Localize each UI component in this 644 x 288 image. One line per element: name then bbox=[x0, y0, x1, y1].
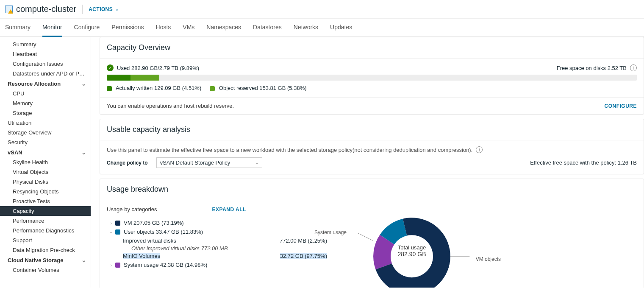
sidebar-item-skyline-health[interactable]: Skyline Health bbox=[0, 157, 91, 167]
usage-tree: Usage by categories EXPAND ALL › VM 207.… bbox=[107, 206, 327, 269]
donut-callout-system: System usage bbox=[314, 229, 347, 235]
content-layout: SummaryHeartbeatConfiguration IssuesData… bbox=[0, 37, 644, 288]
tab-networks[interactable]: Networks bbox=[294, 19, 318, 36]
breakdown-title: Usage breakdown bbox=[100, 179, 644, 200]
expand-all-link[interactable]: EXPAND ALL bbox=[212, 207, 246, 213]
chevron-down-icon: ⌄ bbox=[255, 160, 258, 165]
sidebar-item-resource-allocation[interactable]: Resource Allocation bbox=[0, 78, 91, 89]
sidebar-item-cloud-native-storage[interactable]: Cloud Native Storage bbox=[0, 255, 91, 265]
sidebar-item-performance[interactable]: Performance bbox=[0, 216, 91, 226]
page-title: compute-cluster bbox=[16, 4, 76, 14]
category-swatch bbox=[115, 221, 120, 226]
free-space-label: Free space on disks 2.52 TB bbox=[557, 65, 627, 71]
sidebar-item-cpu[interactable]: CPU bbox=[0, 89, 91, 98]
capacity-foot-text: You can enable operations and host rebui… bbox=[107, 103, 234, 109]
category-swatch bbox=[115, 263, 120, 268]
sidebar-item-capacity[interactable]: Capacity bbox=[0, 206, 91, 216]
category-label: System usage 42.38 GB (14.98%) bbox=[124, 262, 207, 268]
child-value: 772.00 MB (2.25%) bbox=[280, 238, 327, 244]
capacity-bar-reserved bbox=[130, 75, 159, 81]
donut-callout-vm: VM objects bbox=[476, 256, 501, 262]
sidebar-item-configuration-issues[interactable]: Configuration Issues bbox=[0, 59, 91, 69]
sidebar-item-resyncing-objects[interactable]: Resyncing Objects bbox=[0, 187, 91, 196]
tab-configure[interactable]: Configure bbox=[74, 19, 100, 36]
tab-datastores[interactable]: Datastores bbox=[253, 19, 282, 36]
main-content: Capacity Overview ✓ Used 282.90 GB/2.79 … bbox=[91, 37, 644, 288]
usage-subtitle: Usage by categories bbox=[107, 206, 157, 213]
tree-toggle-icon[interactable]: ⌄ bbox=[107, 229, 115, 235]
sidebar-item-virtual-objects[interactable]: Virtual Objects bbox=[0, 167, 91, 177]
cluster-icon bbox=[5, 6, 13, 13]
sidebar-item-summary[interactable]: Summary bbox=[0, 39, 91, 49]
tab-monitor[interactable]: Monitor bbox=[42, 19, 62, 37]
sidebar-item-support[interactable]: Support bbox=[0, 235, 91, 245]
tree-category[interactable]: › System usage 42.38 GB (14.98%) bbox=[107, 260, 327, 269]
capacity-bar-written bbox=[107, 75, 130, 81]
sidebar-item-proactive-tests[interactable]: Proactive Tests bbox=[0, 196, 91, 206]
tab-hosts[interactable]: Hosts bbox=[156, 19, 171, 36]
tab-updates[interactable]: Updates bbox=[330, 19, 352, 36]
sidebar-item-heartbeat[interactable]: Heartbeat bbox=[0, 49, 91, 59]
capacity-bar bbox=[107, 75, 637, 81]
sidebar-nav: SummaryHeartbeatConfiguration IssuesData… bbox=[0, 37, 91, 288]
configure-link[interactable]: CONFIGURE bbox=[605, 103, 637, 109]
legend-reserved-label: Object reserved 153.81 GB (5.38%) bbox=[219, 85, 307, 91]
tree-child: Improved virtual disks772.00 MB (2.25%) bbox=[107, 236, 327, 245]
status-ok-icon: ✓ bbox=[107, 64, 114, 71]
sidebar-item-performance-diagnostics[interactable]: Performance Diagnostics bbox=[0, 226, 91, 235]
policy-select[interactable]: vSAN Default Storage Policy ⌄ bbox=[156, 157, 262, 168]
category-swatch bbox=[115, 229, 120, 235]
main-tabs: SummaryMonitorConfigurePermissionsHostsV… bbox=[0, 19, 644, 37]
capacity-title: Capacity Overview bbox=[100, 37, 644, 59]
tree-category[interactable]: › VM 207.05 GB (73.19%) bbox=[107, 218, 327, 227]
sidebar-item-utilization[interactable]: Utilization bbox=[0, 118, 91, 128]
legend-reserved: Object reserved 153.81 GB (5.38%) bbox=[210, 85, 306, 91]
sidebar-item-physical-disks[interactable]: Physical Disks bbox=[0, 177, 91, 187]
effective-free-space: Effective free space with the policy: 1.… bbox=[530, 159, 637, 166]
usable-desc: Use this panel to estimate the effective… bbox=[107, 147, 472, 153]
tree-child: Other improved virtual disks 772.00 MB bbox=[107, 245, 327, 252]
tree-category[interactable]: ⌄ User objects 33.47 GB (11.83%) bbox=[107, 227, 327, 236]
child-label: Improved virtual disks bbox=[123, 238, 176, 244]
tab-summary[interactable]: Summary bbox=[5, 19, 31, 36]
tree-child: MinIO Volumes32.72 GB (97.75%) bbox=[107, 252, 327, 260]
sidebar-item-storage-overview[interactable]: Storage Overview bbox=[0, 128, 91, 137]
sidebar-item-data-migration-pre-check[interactable]: Data Migration Pre-check bbox=[0, 245, 91, 255]
capacity-overview-card: Capacity Overview ✓ Used 282.90 GB/2.79 … bbox=[100, 37, 644, 115]
legend-written-label: Actually written 129.09 GB (4.51%) bbox=[116, 85, 201, 91]
sidebar-item-memory[interactable]: Memory bbox=[0, 98, 91, 108]
header-bar: compute-cluster ACTIONS ⌄ bbox=[0, 0, 644, 19]
legend-written-swatch bbox=[107, 86, 112, 91]
donut-center-title: Total usage bbox=[398, 244, 426, 250]
usage-donut-chart: Total usage 282.90 GB System usage VM ob… bbox=[344, 206, 480, 288]
info-icon[interactable]: i bbox=[630, 64, 637, 71]
tree-toggle-icon[interactable]: › bbox=[107, 221, 115, 226]
category-label: User objects 33.47 GB (11.83%) bbox=[124, 229, 203, 235]
info-icon[interactable]: i bbox=[476, 146, 483, 153]
chevron-down-icon: ⌄ bbox=[115, 7, 119, 11]
legend-reserved-swatch bbox=[210, 86, 215, 91]
child-value: 32.72 GB (97.75%) bbox=[280, 253, 327, 259]
sidebar-item-container-volumes[interactable]: Container Volumes bbox=[0, 265, 91, 275]
sidebar-item-security[interactable]: Security bbox=[0, 137, 91, 147]
actions-menu-button[interactable]: ACTIONS ⌄ bbox=[89, 6, 119, 12]
actions-label: ACTIONS bbox=[89, 6, 113, 12]
tab-vms[interactable]: VMs bbox=[183, 19, 194, 36]
policy-value: vSAN Default Storage Policy bbox=[160, 159, 230, 166]
sidebar-item-datastores-under-apd-or-p-[interactable]: Datastores under APD or P… bbox=[0, 69, 91, 78]
sidebar-item-vsan[interactable]: vSAN bbox=[0, 147, 91, 157]
sidebar-item-storage[interactable]: Storage bbox=[0, 108, 91, 118]
child-label: MinIO Volumes bbox=[123, 253, 160, 259]
svg-line-0 bbox=[358, 233, 373, 241]
usable-title: Usable capacity analysis bbox=[100, 119, 644, 140]
used-label: Used 282.90 GB/2.79 TB (9.89%) bbox=[117, 65, 199, 71]
donut-center: Total usage 282.90 GB bbox=[398, 244, 426, 257]
legend-written: Actually written 129.09 GB (4.51%) bbox=[107, 85, 201, 91]
donut-center-value: 282.90 GB bbox=[398, 250, 426, 257]
usage-breakdown-card: Usage breakdown Usage by categories EXPA… bbox=[100, 179, 644, 288]
divider bbox=[82, 5, 83, 14]
tab-permissions[interactable]: Permissions bbox=[111, 19, 144, 36]
tree-toggle-icon[interactable]: › bbox=[107, 263, 115, 268]
tab-namespaces[interactable]: Namespaces bbox=[206, 19, 241, 36]
category-label: VM 207.05 GB (73.19%) bbox=[124, 220, 184, 226]
